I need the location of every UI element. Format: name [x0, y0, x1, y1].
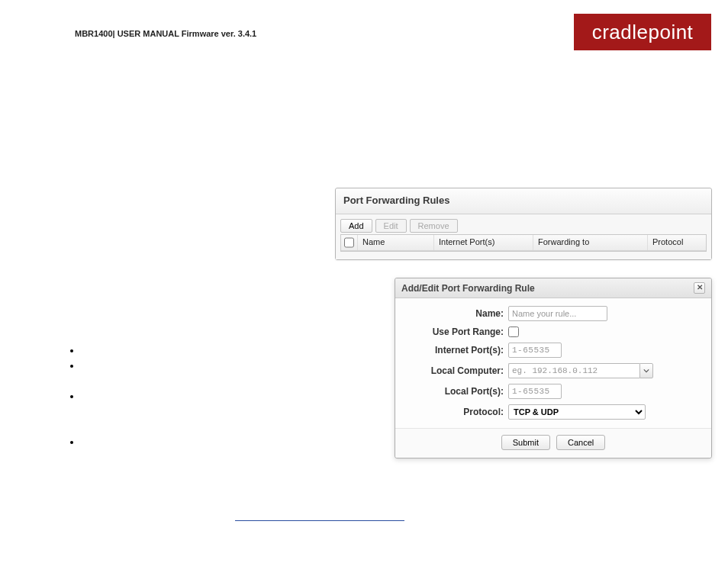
dialog-title: Add/Edit Port Forwarding Rule: [401, 283, 535, 294]
protocol-select[interactable]: TCP & UDP: [508, 404, 646, 420]
document-header: MBR1400| USER MANUAL Firmware ver. 3.4.1: [75, 29, 256, 38]
rules-grid: Name Internet Port(s) Forwarding to Prot…: [340, 234, 707, 252]
row-name: Name:: [404, 306, 702, 321]
label-local-ports: Local Port(s):: [404, 386, 508, 397]
link-underline: [235, 520, 404, 521]
edit-button[interactable]: Edit: [375, 219, 407, 233]
row-internet-ports: Internet Port(s):: [404, 343, 702, 358]
label-protocol: Protocol:: [404, 407, 508, 417]
brand-logo: cradlepoint: [574, 14, 711, 50]
col-internet-ports[interactable]: Internet Port(s): [434, 235, 533, 250]
local-ports-input[interactable]: [508, 384, 562, 399]
row-protocol: Protocol: TCP & UDP: [404, 404, 702, 420]
use-port-range-checkbox[interactable]: [508, 327, 519, 337]
add-button[interactable]: Add: [340, 219, 372, 233]
label-local-computer: Local Computer:: [404, 365, 508, 376]
dialog-buttons: Submit Cancel: [395, 428, 711, 458]
name-input[interactable]: [508, 306, 607, 321]
dialog-titlebar: Add/Edit Port Forwarding Rule ✕: [395, 278, 711, 298]
grid-header: Name Internet Port(s) Forwarding to Prot…: [341, 235, 706, 251]
row-local-ports: Local Port(s):: [404, 384, 702, 399]
label-name: Name:: [404, 308, 508, 319]
local-computer-combo[interactable]: [508, 363, 653, 378]
remove-button[interactable]: Remove: [410, 219, 458, 233]
rules-toolbar: Add Edit Remove: [340, 219, 707, 233]
add-edit-rule-dialog: Add/Edit Port Forwarding Rule ✕ Name: Us…: [395, 278, 712, 458]
row-use-port-range: Use Port Range:: [404, 327, 702, 337]
local-computer-input[interactable]: [508, 363, 639, 378]
cancel-button[interactable]: Cancel: [556, 435, 605, 450]
close-icon[interactable]: ✕: [694, 282, 705, 294]
col-name[interactable]: Name: [358, 235, 434, 250]
col-forwarding-to[interactable]: Forwarding to: [533, 235, 648, 250]
chevron-down-icon[interactable]: [639, 363, 653, 378]
row-local-computer: Local Computer:: [404, 363, 702, 378]
dialog-body: Name: Use Port Range: Internet Port(s): …: [395, 298, 711, 428]
label-internet-ports: Internet Port(s):: [404, 345, 508, 355]
port-forwarding-rules-panel: Port Forwarding Rules Add Edit Remove Na…: [335, 188, 712, 260]
select-all-checkbox[interactable]: [344, 237, 354, 248]
col-protocol[interactable]: Protocol: [648, 235, 706, 250]
label-use-port-range: Use Port Range:: [404, 327, 508, 337]
panel-title: Port Forwarding Rules: [336, 188, 711, 214]
submit-button[interactable]: Submit: [501, 435, 550, 450]
internet-ports-input[interactable]: [508, 343, 562, 358]
panel-body: Add Edit Remove Name Internet Port(s) Fo…: [336, 214, 711, 259]
col-select-all[interactable]: [341, 235, 358, 250]
